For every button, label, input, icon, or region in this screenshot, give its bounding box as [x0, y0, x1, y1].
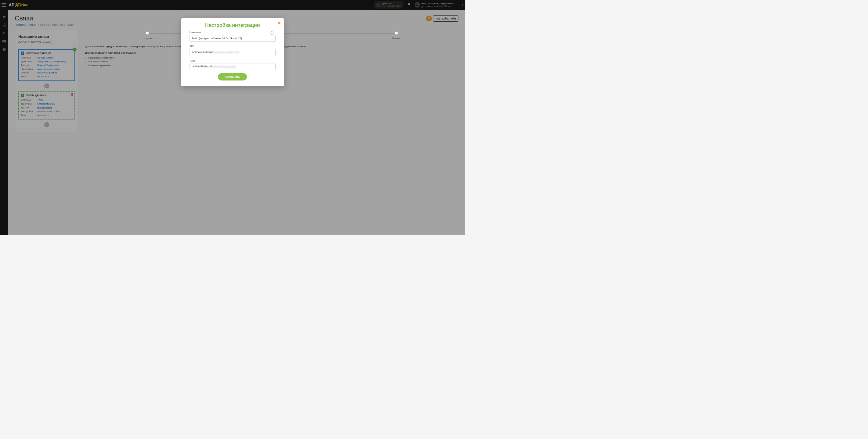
name-input[interactable] — [189, 35, 276, 42]
modal-title: Настройка интеграции — [186, 22, 279, 28]
token-visible: b97094d797cccdf — [192, 65, 212, 68]
close-icon[interactable]: ✕ — [277, 21, 281, 25]
name-label: Название — [189, 31, 276, 34]
sid-visible: ACb06a52c555180 — [192, 51, 214, 54]
modal-overlay[interactable]: ✕ Настройка интеграции Название SID ACb0… — [0, 0, 465, 235]
token-blur: a3f27905a62ad4f26 — [213, 65, 236, 68]
sid-blur: 8b93b2b7648b5757ff — [214, 51, 239, 54]
token-input[interactable]: b97094d797cccdfa3f27905a62ad4f26 — [189, 63, 276, 70]
integration-modal: ✕ Настройка интеграции Название SID ACb0… — [181, 18, 284, 86]
token-label: Токен — [189, 59, 276, 62]
sid-label: SID — [189, 45, 276, 48]
sid-input[interactable]: ACb06a52c5551808b93b2b7648b5757ff — [189, 49, 276, 56]
save-button[interactable]: Сохранить — [218, 73, 247, 80]
